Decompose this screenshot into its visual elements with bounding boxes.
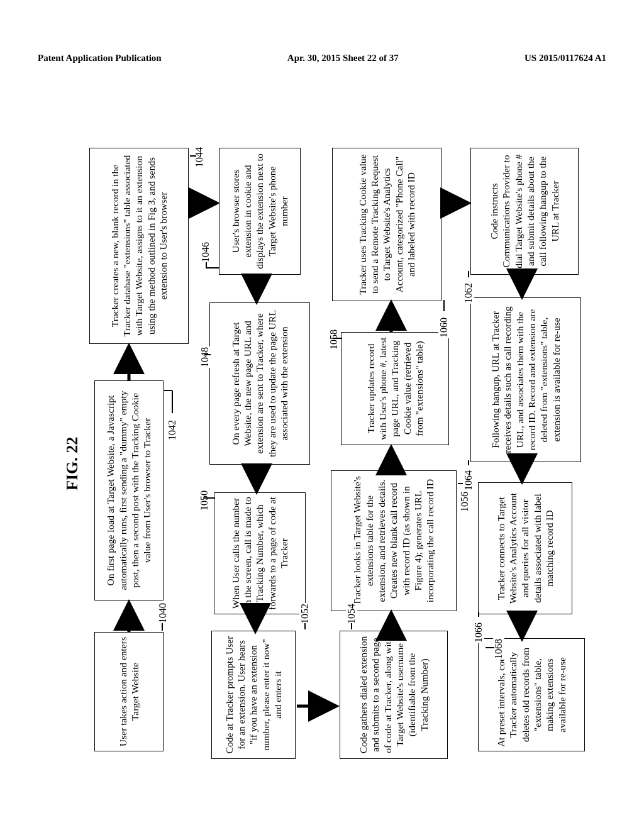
arrow-1058-1060 bbox=[385, 301, 404, 332]
leader-1054 bbox=[351, 623, 352, 629]
arrow-1050-1052b bbox=[249, 613, 268, 632]
leader-1068 bbox=[486, 648, 494, 649]
label-1052: 1052 bbox=[299, 603, 311, 624]
box-1048: On every page refresh at Target Website,… bbox=[209, 302, 310, 465]
leader-1050 bbox=[204, 498, 215, 499]
leader-1064 bbox=[468, 460, 469, 465]
label-1056: 1056 bbox=[459, 491, 470, 512]
leader-1052 bbox=[304, 623, 306, 629]
leader-1048 bbox=[204, 355, 211, 356]
box-1044: Tracker creates a new, blank record in t… bbox=[89, 148, 189, 344]
label-1064: 1064 bbox=[463, 470, 474, 491]
box-1064: Following hangup, URL at Tracker receive… bbox=[470, 297, 581, 462]
flowchart-canvas: FIG. 22 User takes action and enters Tar… bbox=[0, 110, 644, 795]
label-1046: 1046 bbox=[200, 241, 211, 263]
page-header: Patent Application Publication Apr. 30, … bbox=[0, 53, 644, 64]
box-1042: On first page load at Target Website, a … bbox=[94, 380, 164, 600]
arrow-1054-1056 bbox=[385, 611, 404, 631]
label-1048: 1048 bbox=[199, 346, 211, 368]
arrow-1052-1054 bbox=[297, 682, 341, 714]
arrow-1046-1048 bbox=[250, 275, 269, 302]
leader-1060 bbox=[443, 300, 445, 311]
header-center: Apr. 30, 2015 Sheet 22 of 37 bbox=[287, 53, 399, 64]
arrow-1044-1046 bbox=[189, 192, 220, 211]
leader-1042 bbox=[172, 390, 173, 413]
leader-1046a bbox=[206, 268, 219, 269]
leader-1044 bbox=[190, 156, 196, 157]
label-1066: 1066 bbox=[473, 622, 484, 643]
label-1068: 1068 bbox=[493, 638, 504, 660]
figure-title: FIG. 22 bbox=[63, 437, 82, 490]
header-right: US 2015/0117624 A1 bbox=[525, 53, 606, 64]
label-1050: 1050 bbox=[199, 490, 210, 511]
box-1062: Code instructs Communications Provider t… bbox=[470, 148, 579, 275]
label-1054: 1054 bbox=[346, 603, 357, 624]
box-1040: User takes action and enters Target Webs… bbox=[94, 632, 164, 751]
label-1058: 1058 bbox=[328, 329, 340, 350]
box-1054: Code gathers dialed extension and submit… bbox=[340, 631, 448, 759]
arrow-1062-1064 bbox=[516, 275, 535, 297]
leader-1046b bbox=[206, 262, 207, 268]
label-1060: 1060 bbox=[438, 317, 450, 338]
label-1040: 1040 bbox=[157, 602, 169, 624]
arrow-1040-1042 bbox=[123, 600, 142, 632]
arrow-1056-1058 bbox=[385, 445, 404, 470]
arrow-1048-1050 bbox=[250, 465, 269, 492]
header-left: Patent Application Publication bbox=[38, 53, 162, 64]
label-1044: 1044 bbox=[194, 147, 205, 168]
box-1052: Code at Tracker prompts User for an exte… bbox=[211, 631, 296, 759]
leader-1042b bbox=[164, 390, 172, 392]
box-1046: User's browser stores extension in cooki… bbox=[219, 148, 301, 275]
arrow-1042-1044 bbox=[123, 344, 142, 380]
leader-1062 bbox=[468, 271, 469, 277]
arrow-1066-1068 bbox=[516, 613, 535, 639]
figure-sheet: FIG. 22 User takes action and enters Tar… bbox=[0, 110, 644, 795]
label-1042: 1042 bbox=[167, 419, 178, 441]
arrow-1060-1062 bbox=[441, 192, 473, 211]
arrow-1064-1066 bbox=[516, 462, 535, 482]
leader-1058 bbox=[333, 338, 342, 340]
box-1058: Tracker updates record with User's phone… bbox=[341, 332, 449, 445]
box-1056: Tracker looks in Target Website's extens… bbox=[331, 470, 457, 611]
label-1062: 1062 bbox=[463, 282, 474, 304]
box-1060: Tracker uses Tracking Cookie value to se… bbox=[332, 148, 441, 301]
leader-1040 bbox=[162, 623, 163, 631]
box-1066: Tracker connects to Target Website's Ana… bbox=[478, 482, 572, 614]
leader-1066 bbox=[478, 612, 479, 617]
